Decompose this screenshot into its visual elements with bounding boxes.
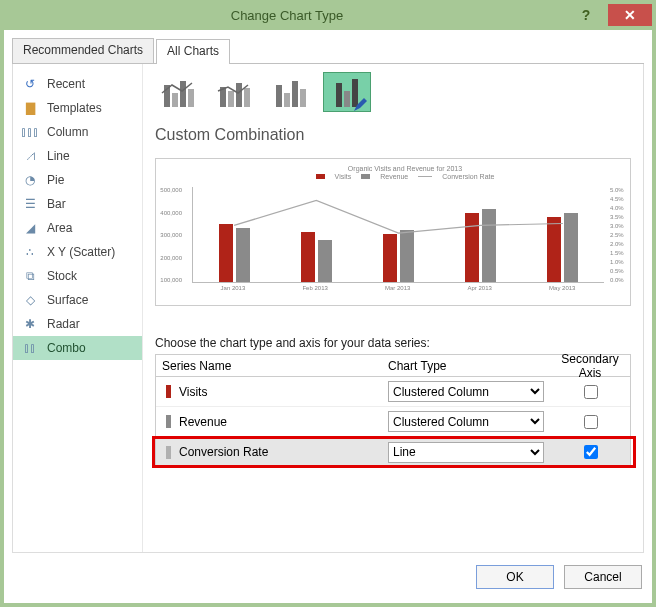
window-title: Change Chart Type bbox=[4, 8, 570, 23]
secondary-axis-checkbox[interactable] bbox=[584, 415, 598, 429]
series-row: Revenue Clustered Column bbox=[156, 407, 630, 437]
y-axis-right: 5.0% 4.5% 4.0% 3.5% 3.0% 2.5% 2.0% 1.5% … bbox=[610, 187, 628, 283]
tick: 500,000 bbox=[158, 187, 182, 193]
line-icon: ⩘ bbox=[21, 149, 39, 163]
combo-thumb-2[interactable] bbox=[211, 72, 259, 112]
sidebar-item-pie[interactable]: ◔Pie bbox=[13, 168, 142, 192]
cat: Jan 2013 bbox=[221, 285, 246, 291]
series-table: Series Name Chart Type Secondary Axis Vi… bbox=[155, 354, 631, 468]
chart-type-select[interactable]: Clustered Column bbox=[388, 411, 544, 432]
sidebar-item-column[interactable]: ⫿⫿⫿Column bbox=[13, 120, 142, 144]
dialog-footer: OK Cancel bbox=[12, 559, 644, 595]
tab-recommended[interactable]: Recommended Charts bbox=[12, 38, 154, 63]
y-axis-left: 500,000 400,000 300,000 200,000 100,000 bbox=[158, 187, 182, 283]
sidebar-item-templates[interactable]: ▇Templates bbox=[13, 96, 142, 120]
titlebar: Change Chart Type ? ✕ bbox=[4, 0, 652, 30]
cat: Mar 2013 bbox=[385, 285, 410, 291]
chart-title: Organic Visits and Revenue for 2013 bbox=[184, 165, 626, 172]
pie-icon: ◔ bbox=[21, 173, 39, 187]
templates-icon: ▇ bbox=[21, 101, 39, 115]
tick: 5.0% bbox=[610, 187, 628, 193]
sidebar-item-line[interactable]: ⩘Line bbox=[13, 144, 142, 168]
radar-icon: ✱ bbox=[21, 317, 39, 331]
sidebar-label: Stock bbox=[47, 269, 77, 283]
sidebar-label: Bar bbox=[47, 197, 66, 211]
legend-label: Conversion Rate bbox=[442, 173, 494, 180]
sidebar-item-stock[interactable]: ⧉Stock bbox=[13, 264, 142, 288]
sidebar-label: Column bbox=[47, 125, 88, 139]
series-marker bbox=[166, 385, 171, 398]
plot-area bbox=[192, 187, 604, 283]
tick: 400,000 bbox=[158, 210, 182, 216]
tick: 2.5% bbox=[610, 232, 628, 238]
sidebar-label: Surface bbox=[47, 293, 88, 307]
tick: 1.0% bbox=[610, 259, 628, 265]
area-icon: ◢ bbox=[21, 221, 39, 235]
tick: 4.0% bbox=[610, 205, 628, 211]
legend-label: Visits bbox=[335, 173, 352, 180]
scatter-icon: ∴ bbox=[21, 245, 39, 259]
sidebar-label: X Y (Scatter) bbox=[47, 245, 115, 259]
col-series-name: Series Name bbox=[156, 359, 388, 373]
chart-legend: Visits Revenue Conversion Rate bbox=[184, 173, 626, 180]
sidebar-label: Combo bbox=[47, 341, 86, 355]
sidebar-item-bar[interactable]: ☰Bar bbox=[13, 192, 142, 216]
sidebar-label: Area bbox=[47, 221, 72, 235]
tick: 300,000 bbox=[158, 232, 182, 238]
stock-icon: ⧉ bbox=[21, 269, 39, 283]
tick: 200,000 bbox=[158, 255, 182, 261]
combo-thumb-custom[interactable] bbox=[323, 72, 371, 112]
tick: 0.0% bbox=[610, 277, 628, 283]
surface-icon: ◇ bbox=[21, 293, 39, 307]
recent-icon: ↺ bbox=[21, 77, 39, 91]
col-secondary-axis: Secondary Axis bbox=[552, 352, 628, 380]
cancel-button[interactable]: Cancel bbox=[564, 565, 642, 589]
tick: 2.0% bbox=[610, 241, 628, 247]
tab-all-charts[interactable]: All Charts bbox=[156, 39, 230, 64]
series-marker bbox=[166, 415, 171, 428]
legend-label: Revenue bbox=[380, 173, 408, 180]
chart-preview: Organic Visits and Revenue for 2013 Visi… bbox=[155, 158, 631, 306]
cat: Apr 2013 bbox=[468, 285, 492, 291]
cat: May 2013 bbox=[549, 285, 575, 291]
sidebar-label: Radar bbox=[47, 317, 80, 331]
sidebar-item-radar[interactable]: ✱Radar bbox=[13, 312, 142, 336]
sidebar-label: Pie bbox=[47, 173, 64, 187]
sidebar-label: Line bbox=[47, 149, 70, 163]
chart-type-select[interactable]: Clustered Column bbox=[388, 381, 544, 402]
series-heading: Choose the chart type and axis for your … bbox=[155, 336, 631, 350]
combo-thumb-1[interactable] bbox=[155, 72, 203, 112]
tick: 4.5% bbox=[610, 196, 628, 202]
pencil-icon bbox=[354, 97, 368, 111]
legend-swatch bbox=[361, 174, 370, 179]
help-button[interactable]: ? bbox=[570, 3, 602, 27]
cat: Feb 2013 bbox=[302, 285, 327, 291]
sidebar-label: Recent bbox=[47, 77, 85, 91]
combo-subtypes bbox=[155, 72, 631, 112]
combo-thumb-3[interactable] bbox=[267, 72, 315, 112]
sidebar-item-recent[interactable]: ↺Recent bbox=[13, 72, 142, 96]
sidebar-item-scatter[interactable]: ∴X Y (Scatter) bbox=[13, 240, 142, 264]
thumb-line-icon bbox=[216, 81, 254, 99]
tick: 1.5% bbox=[610, 250, 628, 256]
secondary-axis-checkbox[interactable] bbox=[584, 445, 598, 459]
series-name: Visits bbox=[179, 385, 207, 399]
series-row: Visits Clustered Column bbox=[156, 377, 630, 407]
sidebar-item-surface[interactable]: ◇Surface bbox=[13, 288, 142, 312]
sidebar-item-combo[interactable]: ⫿⫿Combo bbox=[13, 336, 142, 360]
tick: 100,000 bbox=[158, 277, 182, 283]
combo-icon: ⫿⫿ bbox=[21, 341, 39, 355]
section-title: Custom Combination bbox=[155, 126, 631, 144]
x-axis: Jan 2013 Feb 2013 Mar 2013 Apr 2013 May … bbox=[192, 285, 604, 291]
tick: 3.5% bbox=[610, 214, 628, 220]
sidebar-label: Templates bbox=[47, 101, 102, 115]
main-panel: Custom Combination Organic Visits and Re… bbox=[143, 64, 643, 552]
column-icon: ⫿⫿⫿ bbox=[21, 125, 39, 139]
chart-type-sidebar: ↺Recent ▇Templates ⫿⫿⫿Column ⩘Line ◔Pie … bbox=[13, 64, 143, 552]
chart-type-select[interactable]: Line bbox=[388, 442, 544, 463]
sidebar-item-area[interactable]: ◢Area bbox=[13, 216, 142, 240]
secondary-axis-checkbox[interactable] bbox=[584, 385, 598, 399]
ok-button[interactable]: OK bbox=[476, 565, 554, 589]
close-button[interactable]: ✕ bbox=[608, 4, 652, 26]
legend-line bbox=[418, 176, 432, 177]
